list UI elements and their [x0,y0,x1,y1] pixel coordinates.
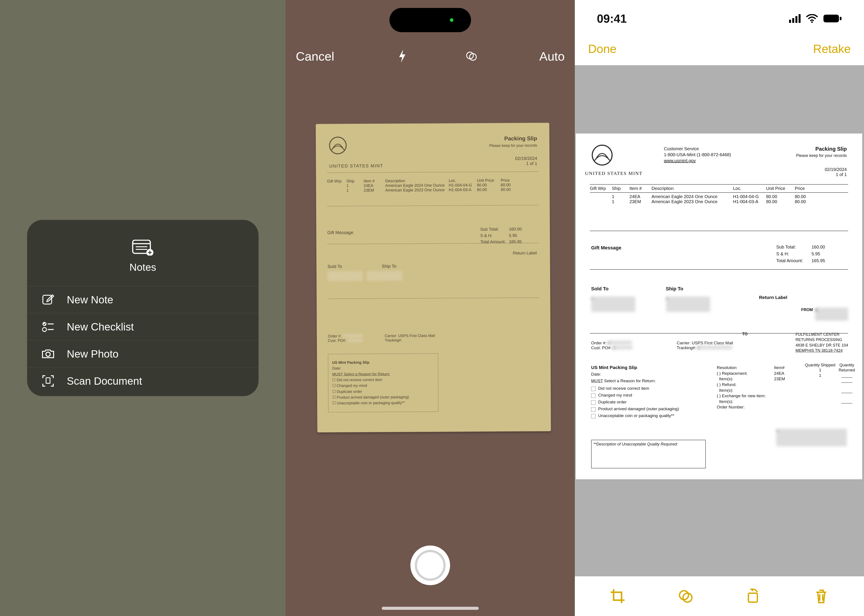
redacted: x [776,429,847,446]
unacceptable-desc-box: **Description of Unacceptable Quality Re… [591,440,706,468]
qty-returned-col: Quantity Returned____________________ [831,363,862,404]
color-filter-icon[interactable] [678,588,693,604]
slip-date: 02/19/20241 of 1 [825,167,847,177]
returns-box: US Mint Packing Slip Date: MUST Select a… [591,365,708,420]
crop-icon[interactable] [610,588,626,604]
menu-item-label: New Photo [67,348,119,360]
to-label: TO [742,332,748,336]
table-row: 123EMAmerican Eagle 2023 One OunceH1-004… [327,187,539,193]
shutter-button[interactable] [411,545,450,585]
from-label: FROM x [801,308,848,321]
flash-icon[interactable] [396,49,408,63]
filter-icon[interactable] [466,49,477,63]
svg-point-21 [811,21,813,23]
checklist-icon [40,321,56,333]
svg-rect-13 [46,378,50,383]
retake-button[interactable]: Retake [813,42,851,55]
svg-rect-27 [749,593,757,602]
battery-icon [823,14,842,23]
slip-title: Packing SlipPlease keep for your records [489,135,537,148]
svg-point-9 [42,328,47,332]
wifi-icon [806,14,818,23]
menu-item-label: New Checklist [67,321,134,333]
svg-rect-18 [792,18,794,23]
menu-title: Notes [129,261,156,273]
gift-message-label: Gift Message [327,230,353,235]
return-label: Return Label [759,295,787,300]
mint-logo-icon [591,144,613,166]
done-button[interactable]: Done [588,42,617,55]
menu-header: Notes [27,220,258,286]
review-body: UNITED STATES MINT Customer Service1-800… [575,65,864,576]
notes-quick-action-panel: Notes New Note New Checklist New Photo S… [0,0,286,616]
svg-point-16 [329,137,346,154]
return-label: Return Label [513,251,537,256]
review-bottom-toolbar [575,576,864,616]
redacted: x [666,297,710,312]
compose-icon [40,293,56,306]
new-note-item[interactable]: New Note [27,286,258,313]
slip-title: Packing SlipPlease keep for your records [796,146,847,158]
qty-shipped-col: Quantity Shipped11 [805,363,835,378]
svg-point-24 [592,145,612,165]
new-photo-item[interactable]: New Photo [27,340,258,367]
table-row: 124EAAmerican Eagle 2024 One OunceH1-004… [590,194,848,199]
cellular-icon [789,14,801,23]
scan-document-item[interactable]: Scan Document [27,367,258,396]
sold-ship-labels: Sold ToShip To [591,286,683,292]
gift-message-label: Gift Message [591,245,621,251]
svg-rect-20 [798,14,801,23]
clock: 09:41 [597,12,627,25]
rotate-icon[interactable] [745,588,761,604]
carrier-row: Order #: xCust. PO#: x Carrier: USPS Fir… [591,341,733,350]
svg-rect-19 [795,16,798,23]
scanned-document[interactable]: UNITED STATES MINT Customer Service1-800… [576,134,862,479]
cancel-button[interactable]: Cancel [296,49,334,63]
camera-active-indicator [450,18,453,22]
home-indicator[interactable] [382,607,479,610]
document-live-preview: Packing SlipPlease keep for your records… [316,123,551,432]
returns-box: US Mint Packing Slip Date: MUST Select a… [328,354,438,412]
svg-rect-17 [789,20,791,23]
item-col: Item#24EA23EM [774,365,785,382]
sold-ship-labels: Sold ToShip To [327,263,539,269]
mint-logo-icon [329,136,347,155]
scan-camera-panel: Cancel Auto Packing SlipPlease keep for … [286,0,575,616]
redacted: x [591,297,635,312]
menu-item-label: New Note [67,294,113,306]
scan-icon [40,374,56,387]
notes-quick-menu: Notes New Note New Checklist New Photo S… [27,220,258,396]
brand-label: UNITED STATES MINT [585,171,643,176]
scan-review-panel: 09:41 Done Retake UNITED STATES MINT Cus… [575,0,864,616]
resolution-col: Resolution ( ) Replacement. Item(s): ( )… [717,365,766,410]
redacted: x [367,271,402,281]
brand-label: UNITED STATES MINT [329,162,538,168]
svg-rect-23 [840,17,842,20]
trash-icon[interactable] [813,588,829,604]
return-address: FULFILLMENT CENTERRETURNS PROCESSING4838… [795,332,848,353]
new-checklist-item[interactable]: New Checklist [27,313,258,340]
carrier-row: Order #: xCust. PO#: x Carrier: USPS Fir… [328,333,539,343]
notes-app-icon [131,240,155,256]
items-table: Gift WrpShipItem #DescriptionLoc.Unit Pr… [590,183,848,233]
redacted: x [327,271,363,281]
menu-item-label: Scan Document [67,375,142,387]
camera-icon [40,347,56,360]
status-bar: 09:41 [575,10,864,27]
svg-rect-22 [823,14,839,22]
scan-toolbar: Cancel Auto [286,46,575,66]
totals: Sub Total:160.00 S & H:5.95 Total Amount… [480,226,538,245]
slip-date: 02/19/20241 of 1 [515,156,537,167]
table-row: 123EMAmerican Eagle 2023 One OunceH1-004… [590,199,848,204]
review-toolbar: Done Retake [575,42,864,55]
totals: Sub Total:160.00 S & H:5.95 Total Amount… [776,244,847,264]
dynamic-island [389,8,471,32]
svg-point-12 [46,352,50,356]
customer-service: Customer Service1-800-USA-Mint (1-800-87… [664,146,731,164]
auto-button[interactable]: Auto [539,49,565,63]
